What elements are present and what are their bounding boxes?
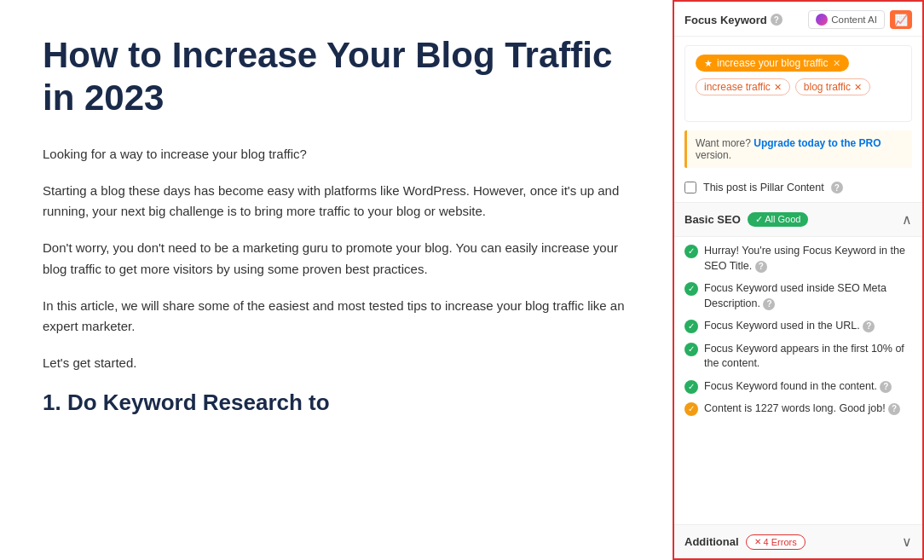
- secondary-tag-2[interactable]: blog traffic ✕: [795, 78, 870, 95]
- paragraph-4: In this article, we will share some of t…: [43, 296, 630, 338]
- basic-seo-label: Basic SEO: [684, 213, 741, 226]
- upgrade-link[interactable]: Upgrade today to the PRO: [754, 137, 881, 149]
- all-good-badge: ✓ All Good: [748, 212, 809, 227]
- article-panel: How to Increase Your Blog Traffic in 202…: [0, 0, 673, 560]
- basic-seo-header[interactable]: Basic SEO ✓ All Good ∧: [674, 203, 922, 237]
- check-icon-5: ✓: [684, 380, 698, 394]
- seo-item-3-help[interactable]: ?: [863, 320, 875, 332]
- content-ai-button[interactable]: Content AI: [808, 10, 885, 29]
- seo-item-3: ✓ Focus Keyword used in the URL. ?: [684, 319, 912, 334]
- trend-icon[interactable]: 📈: [890, 10, 912, 29]
- seo-item-2-help[interactable]: ?: [763, 298, 775, 310]
- seo-item-1-help[interactable]: ?: [755, 261, 767, 273]
- focus-keyword-title: Focus Keyword ?: [684, 14, 783, 26]
- secondary-tag-1-close[interactable]: ✕: [774, 82, 782, 93]
- check-icon-3: ✓: [684, 320, 698, 333]
- pillar-help-icon[interactable]: ?: [831, 182, 843, 193]
- basic-seo-chevron: ∧: [902, 211, 912, 228]
- primary-tag-close[interactable]: ✕: [833, 58, 840, 69]
- paragraph-1: Looking for a way to increase your blog …: [43, 144, 630, 165]
- seo-panel: Focus Keyword ? Content AI 📈 ★ increase …: [673, 0, 924, 560]
- additional-chevron: ∨: [902, 534, 912, 550]
- pillar-content-row: This post is Pillar Content ?: [674, 175, 922, 203]
- seo-item-4: ✓ Focus Keyword appears in the first 10%…: [684, 342, 912, 372]
- seo-item-6: ✓ Content is 1227 words long. Good job! …: [684, 401, 912, 417]
- article-subtitle: 1. Do Keyword Research to: [43, 390, 630, 416]
- seo-item-2: ✓ Focus Keyword used inside SEO Meta Des…: [684, 281, 912, 311]
- keyword-tags-area[interactable]: ★ increase your blog traffic ✕ increase …: [684, 45, 912, 122]
- additional-header[interactable]: Additional ✕ 4 Errors ∨: [674, 524, 922, 558]
- star-icon: ★: [704, 58, 713, 69]
- basic-seo-title-group: Basic SEO ✓ All Good: [684, 212, 808, 227]
- content-ai-icon: [816, 14, 828, 26]
- check-icon-2: ✓: [684, 282, 698, 296]
- pillar-checkbox[interactable]: [684, 182, 696, 193]
- focus-keyword-header: Focus Keyword ? Content AI 📈: [674, 2, 922, 37]
- check-icon-4: ✓: [684, 343, 698, 356]
- paragraph-3: Don't worry, you don't need to be a mark…: [43, 238, 630, 280]
- errors-badge: ✕ 4 Errors: [746, 534, 806, 550]
- secondary-tag-1[interactable]: increase traffic ✕: [696, 78, 790, 95]
- seo-item-6-help[interactable]: ?: [888, 403, 900, 415]
- seo-item-1: ✓ Hurray! You're using Focus Keyword in …: [684, 244, 912, 274]
- secondary-tag-2-close[interactable]: ✕: [854, 82, 862, 93]
- additional-label: Additional: [684, 535, 739, 548]
- additional-title-group: Additional ✕ 4 Errors: [684, 534, 806, 550]
- seo-item-5-help[interactable]: ?: [880, 381, 892, 393]
- paragraph-2: Starting a blog these days has become ea…: [43, 181, 630, 223]
- focus-keyword-actions: Content AI 📈: [808, 10, 912, 29]
- seo-items-list: ✓ Hurray! You're using Focus Keyword in …: [674, 237, 922, 424]
- seo-item-5: ✓ Focus Keyword found in the content. ?: [684, 379, 912, 395]
- paragraph-5: Let's get started.: [43, 353, 630, 374]
- check-icon-6: ✓: [684, 402, 698, 416]
- primary-keyword-tag[interactable]: ★ increase your blog traffic ✕: [696, 55, 849, 72]
- focus-keyword-help-icon[interactable]: ?: [771, 14, 783, 26]
- article-body: Looking for a way to increase your blog …: [43, 144, 630, 374]
- article-title: How to Increase Your Blog Traffic in 202…: [43, 34, 630, 120]
- errors-x-icon: ✕: [754, 537, 761, 546]
- upgrade-banner: Want more? Upgrade today to the PRO vers…: [684, 130, 912, 168]
- check-icon-1: ✓: [684, 245, 698, 258]
- secondary-tags: increase traffic ✕ blog traffic ✕: [696, 78, 901, 95]
